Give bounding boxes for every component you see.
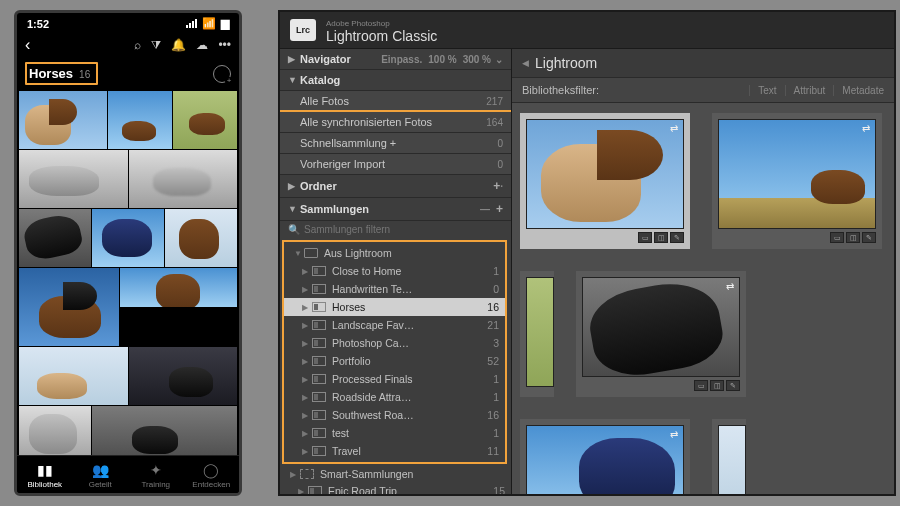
photo-thumb[interactable] [19,268,119,346]
collection-item[interactable]: ▶Processed Finals1 [284,370,505,388]
collection-item[interactable]: ▶Epic Road Trip15 [280,482,511,494]
chevron-down-icon: ▼ [294,249,304,258]
photo-thumb[interactable] [165,209,237,267]
photo-thumb[interactable] [129,150,238,208]
grid-cell[interactable]: ⇄ ▭◫✎ [712,113,882,249]
flag-icon[interactable]: ▭ [830,232,844,243]
photo-thumb[interactable] [19,406,91,455]
tab-bar: ▮▮Bibliothek👥Geteilt✦Training◯Entdecken [17,455,239,493]
edits-icon[interactable]: ✎ [862,232,876,243]
filter-icon[interactable]: ⧩ [151,38,161,52]
collection-count: 21 [477,319,499,331]
photo-thumb[interactable] [19,150,128,208]
collection-item[interactable]: ▶Portfolio52 [284,352,505,370]
flag-icon[interactable]: ▭ [638,232,652,243]
tab-geteilt[interactable]: 👥Geteilt [73,462,129,489]
sammlungen-header[interactable]: ▼ Sammlungen — + [280,198,511,221]
photo-thumb[interactable] [92,406,237,455]
chevron-down-icon[interactable]: ⌄ [495,54,503,65]
edits-icon[interactable]: ✎ [670,232,684,243]
tab-training[interactable]: ✦Training [128,462,184,489]
chevron-right-icon: ▶ [302,357,312,366]
plus-icon[interactable]: + [493,179,500,193]
collection-folder[interactable]: ▶ Smart-Sammlungen [280,466,511,482]
grid-cell[interactable]: ⇄ ▭◫✎ [520,419,690,494]
katalog-item-label: Vorheriger Import [300,158,497,170]
collection-filter-input[interactable] [304,224,503,235]
collection-item[interactable]: ▶Horses16 [284,298,505,316]
katalog-item-label: Alle synchronisierten Fotos [300,116,486,128]
collection-count: 0 [477,283,499,295]
collection-icon [312,266,326,276]
katalog-item[interactable]: Schnellsammlung +0 [280,133,511,154]
wifi-icon: 📶 [202,17,216,30]
filter-text[interactable]: Text [749,85,776,96]
filter-attribute[interactable]: Attribut [785,85,826,96]
photo-thumb[interactable] [129,347,238,405]
ordner-label: Ordner [300,180,487,192]
katalog-item[interactable]: Alle Fotos217 [280,91,511,112]
collection-item[interactable]: ▶Roadside Attra…1 [284,388,505,406]
katalog-header[interactable]: ▼ Katalog [280,70,511,91]
photo-thumb[interactable] [19,209,91,267]
back-button[interactable]: ‹ [25,36,30,54]
module-picker[interactable]: ◀ Lightroom [512,49,894,78]
katalog-item-count: 0 [497,138,503,149]
chevron-down-icon: ▼ [288,204,300,214]
grid-cell[interactable]: ⇄ ▭◫✎ [576,271,746,397]
katalog-item-count: 0 [497,159,503,170]
photo-thumb[interactable] [173,91,237,149]
collection-count: 1 [477,265,499,277]
collection-item[interactable]: ▶Handwritten Te…0 [284,280,505,298]
search-icon[interactable]: ⌕ [134,38,141,52]
collection-item[interactable]: ▶Southwest Roa…16 [284,406,505,424]
photo-thumb[interactable] [19,91,107,149]
tab-label: Bibliothek [27,480,62,489]
nav-opt[interactable]: 300 % [463,54,491,65]
minus-icon[interactable]: — [480,204,490,215]
bell-icon[interactable]: 🔔 [171,38,186,52]
plus-icon[interactable]: + [496,202,503,216]
photo-thumb[interactable] [92,209,164,267]
chevron-right-icon: ▶ [302,411,312,420]
collection-count: 16 [477,301,499,313]
flag-icon[interactable]: ▭ [694,380,708,391]
navigator-header[interactable]: ▶ Navigator Einpass. 100 % 300 % ⌄ [280,49,511,70]
grid-cell[interactable]: ⇄ ▭◫✎ [520,113,690,249]
edits-icon[interactable]: ✎ [726,380,740,391]
photo-thumb[interactable] [108,91,172,149]
smart-folder-icon [300,469,314,479]
collection-icon [312,446,326,456]
more-icon[interactable]: ••• [218,38,231,52]
chevron-left-icon[interactable]: ◀ [522,58,529,68]
collection-item[interactable]: ▶Photoshop Ca…3 [284,334,505,352]
filter-metadata[interactable]: Metadate [833,85,884,96]
collection-label: Southwest Roa… [332,409,477,421]
grid-cell[interactable] [712,419,746,494]
crop-icon[interactable]: ◫ [846,232,860,243]
crop-icon[interactable]: ◫ [654,232,668,243]
cloud-icon[interactable]: ☁ [196,38,208,52]
katalog-item-label: Schnellsammlung + [300,137,497,149]
collection-item[interactable]: ▶Close to Home1 [284,262,505,280]
collection-item[interactable]: ▶Landscape Fav…21 [284,316,505,334]
collection-item[interactable]: ▶Travel11 [284,442,505,460]
katalog-item[interactable]: Vorheriger Import0 [280,154,511,175]
left-panel: ▶ Navigator Einpass. 100 % 300 % ⌄ ▼ Kat… [280,49,512,494]
tab-bibliothek[interactable]: ▮▮Bibliothek [17,462,73,489]
collection-folder[interactable]: ▼ Aus Lightroom [284,244,505,262]
synced-photos-highlight: Alle synchronisierten Fotos164 [280,110,512,135]
chevron-right-icon: ▶ [302,447,312,456]
collection-item[interactable]: ▶test1 [284,424,505,442]
collection-label: test [332,427,477,439]
tab-entdecken[interactable]: ◯Entdecken [184,462,240,489]
nav-opt[interactable]: 100 % [428,54,456,65]
nav-opt[interactable]: Einpass. [381,54,422,65]
add-person-icon[interactable] [213,65,231,83]
grid-cell[interactable] [520,271,554,397]
photo-thumb[interactable] [120,268,237,307]
ordner-header[interactable]: ▶ Ordner + · [280,175,511,198]
katalog-item[interactable]: Alle synchronisierten Fotos164 [280,112,511,133]
crop-icon[interactable]: ◫ [710,380,724,391]
photo-thumb[interactable] [19,347,128,405]
